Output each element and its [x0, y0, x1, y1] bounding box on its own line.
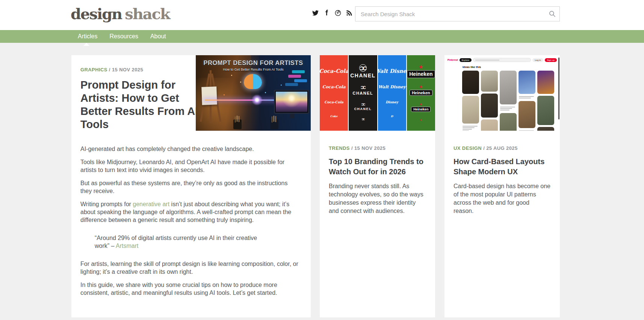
pinterest-tile: [537, 71, 554, 94]
paragraph: For artists, learning the skill of promp…: [80, 260, 300, 276]
paragraph: In this guide, we share with you some cr…: [80, 281, 300, 297]
pinterest-tile: [462, 96, 479, 124]
search-icon[interactable]: [549, 10, 556, 18]
article-1-meta: GRAPHICS / 15 NOV 2025: [80, 67, 143, 72]
site-header: designshack: [0, 0, 644, 30]
pinterest-ideas-heading: Ideas like this: [463, 65, 560, 69]
article-1-header: GRAPHICS / 15 NOV 2025 Prompt Design for…: [71, 55, 311, 131]
main-nav: Articles Resources About: [0, 30, 644, 43]
brand-strip: Coca-ColaCoca-ColaCoca-ColaCoke: [320, 55, 348, 131]
nav-item-articles[interactable]: Articles: [78, 33, 97, 40]
paragraph: But as powerful as these systems are, th…: [80, 179, 300, 195]
hero-monitor-screen: [276, 92, 307, 112]
rss-icon[interactable]: [346, 9, 352, 16]
meta-separator: /: [483, 145, 486, 151]
article-card-prompt-design: GRAPHICS / 15 NOV 2025 Prompt Design for…: [71, 55, 311, 317]
article-date: 25 AUG 2025: [486, 145, 517, 151]
pinterest-masonry-grid: [462, 71, 555, 131]
article-2-title[interactable]: Top 10 Branding Trends to Watch Out for …: [329, 157, 426, 177]
generative-art-link[interactable]: generative art: [133, 201, 169, 207]
article-1-hero-image[interactable]: PROMPT DESIGN FOR ARTISTS How to Get Bet…: [196, 55, 311, 131]
hero-flare: [251, 94, 263, 106]
pinterest-tile: [481, 71, 498, 92]
article-3-title[interactable]: How Card-Based Layouts Shape Modern UX: [454, 157, 551, 177]
brand-strip: ★Heineken★Heineken★Heineken★: [407, 55, 435, 131]
active-tab-indicator: [83, 43, 89, 46]
hero-brush-cup: [270, 119, 278, 129]
pinterest-tile: [500, 71, 517, 104]
facebook-icon[interactable]: [323, 9, 330, 16]
pinterest-scrollbar: [558, 57, 559, 119]
article-2-meta: TRENDS / 15 NOV 2025: [329, 145, 426, 151]
paragraph: Writing prompts for generative art isn’t…: [80, 200, 300, 224]
hero-brush-cup: [233, 119, 242, 129]
hero-monitor: [274, 90, 309, 114]
search-input[interactable]: [355, 6, 560, 21]
pinterest-icon[interactable]: [334, 9, 341, 16]
pinterest-search-bar: [473, 58, 531, 62]
pinterest-tile: [519, 71, 535, 94]
paragraph: AI-generated art has completely changed …: [80, 145, 300, 153]
brand-strip: Walt DisneyWalt DisneyDisneyD: [378, 55, 406, 131]
article-1-body: AI-generated art has completely changed …: [71, 131, 311, 297]
logo-word-design: design: [71, 5, 122, 23]
category-link[interactable]: GRAPHICS: [80, 67, 107, 72]
hero-brain: [244, 74, 262, 89]
article-2-excerpt: Branding never stands still. As technolo…: [329, 182, 426, 215]
pinterest-tile: [537, 96, 554, 125]
article-card-branding-trends: Coca-ColaCoca-ColaCoca-ColaCokeƆCCHANELƆ…: [320, 55, 435, 317]
meta-separator: /: [351, 145, 354, 151]
paragraph: Tools like Midjourney, Leonardo AI, and …: [80, 158, 300, 174]
hero-subtitle-text: How to Get Better Results From AI Tools: [196, 68, 311, 71]
pinterest-tile: [481, 119, 498, 131]
pinterest-header: Pinterest Explore Log in Sign up: [444, 55, 560, 62]
pinterest-tile: [500, 113, 517, 131]
pinterest-explore-button: Explore: [460, 58, 472, 62]
article-1-title[interactable]: Prompt Design for Artists: How to Get Be…: [80, 78, 204, 131]
brand-strip: ƆCCHANELƆCCHANELƆCCHANELƆC: [349, 55, 377, 131]
nav-item-about[interactable]: About: [150, 33, 166, 40]
hero-title-text: PROMPT DESIGN FOR ARTISTS: [196, 59, 311, 66]
hero-easel-canvas: [201, 86, 217, 105]
page: designshack Articles Res: [0, 0, 644, 320]
article-quote: “Around 29% of digital artists currently…: [95, 234, 271, 250]
pinterest-tile: [462, 71, 479, 94]
pinterest-tile: [519, 101, 535, 128]
article-3-meta: UX DESIGN / 25 AUG 2025: [454, 145, 551, 151]
category-link[interactable]: UX DESIGN: [454, 145, 482, 151]
twitter-icon[interactable]: [312, 9, 319, 16]
pinterest-tile: [537, 127, 554, 131]
site-search: [355, 6, 560, 21]
social-links: [312, 9, 352, 16]
article-3-pinterest-image[interactable]: Pinterest Explore Log in Sign up Ideas l…: [444, 55, 560, 131]
article-date: 15 NOV 2025: [112, 67, 143, 72]
pinterest-login-button: Log in: [532, 58, 543, 62]
article-3-excerpt: Card-based design has become one of the …: [454, 182, 551, 215]
pinterest-logo: Pinterest: [447, 59, 458, 61]
meta-separator: /: [109, 67, 112, 72]
site-logo[interactable]: designshack: [71, 5, 170, 23]
article-date: 15 NOV 2025: [354, 145, 385, 151]
nav-item-resources[interactable]: Resources: [109, 33, 138, 40]
article-2-brands-image[interactable]: Coca-ColaCoca-ColaCoca-ColaCokeƆCCHANELƆ…: [320, 55, 435, 131]
category-link[interactable]: TRENDS: [329, 145, 350, 151]
artsmart-link[interactable]: Artsmart: [116, 243, 138, 249]
logo-word-shack: shack: [125, 5, 170, 23]
article-card-card-layouts: Pinterest Explore Log in Sign up Ideas l…: [444, 55, 560, 317]
pinterest-signup-button: Sign up: [545, 58, 557, 62]
hero-monitor-stand: [290, 114, 294, 118]
pinterest-tile: [481, 94, 498, 118]
